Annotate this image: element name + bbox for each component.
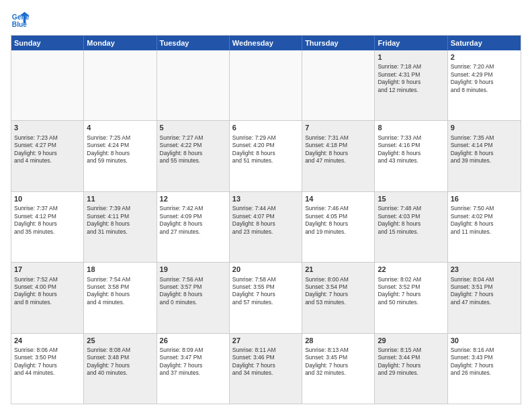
day-cell-10: 10Sunrise: 7:37 AM Sunset: 4:12 PM Dayli… bbox=[11, 192, 84, 262]
day-info: Sunrise: 8:09 AM Sunset: 3:47 PM Dayligh… bbox=[160, 347, 226, 377]
day-cell-28: 28Sunrise: 8:13 AM Sunset: 3:45 PM Dayli… bbox=[302, 334, 375, 404]
day-info: Sunrise: 7:48 AM Sunset: 4:03 PM Dayligh… bbox=[378, 205, 444, 236]
week-row-5: 24Sunrise: 8:06 AM Sunset: 3:50 PM Dayli… bbox=[11, 334, 521, 404]
day-cell-26: 26Sunrise: 8:09 AM Sunset: 3:47 PM Dayli… bbox=[157, 334, 230, 404]
day-info: Sunrise: 8:08 AM Sunset: 3:48 PM Dayligh… bbox=[87, 347, 153, 377]
day-info: Sunrise: 7:50 AM Sunset: 4:02 PM Dayligh… bbox=[451, 205, 518, 236]
day-info: Sunrise: 8:11 AM Sunset: 3:46 PM Dayligh… bbox=[232, 347, 299, 377]
day-cell-27: 27Sunrise: 8:11 AM Sunset: 3:46 PM Dayli… bbox=[230, 334, 302, 404]
day-number: 18 bbox=[87, 265, 153, 274]
day-info: Sunrise: 8:02 AM Sunset: 3:52 PM Dayligh… bbox=[378, 276, 444, 307]
day-info: Sunrise: 7:29 AM Sunset: 4:20 PM Dayligh… bbox=[232, 134, 299, 165]
day-cell-3: 3Sunrise: 7:23 AM Sunset: 4:27 PM Daylig… bbox=[11, 121, 84, 191]
day-cell-30: 30Sunrise: 8:16 AM Sunset: 3:43 PM Dayli… bbox=[448, 334, 521, 404]
day-number: 17 bbox=[14, 265, 81, 274]
calendar: SundayMondayTuesdayWednesdayThursdayFrid… bbox=[11, 35, 521, 404]
day-cell-29: 29Sunrise: 8:15 AM Sunset: 3:44 PM Dayli… bbox=[375, 334, 447, 404]
day-info: Sunrise: 7:42 AM Sunset: 4:09 PM Dayligh… bbox=[160, 205, 226, 236]
day-cell-18: 18Sunrise: 7:54 AM Sunset: 3:58 PM Dayli… bbox=[84, 263, 157, 332]
empty-cell bbox=[230, 50, 302, 120]
day-number: 26 bbox=[160, 336, 226, 345]
week-row-1: 1Sunrise: 7:18 AM Sunset: 4:31 PM Daylig… bbox=[11, 50, 521, 121]
calendar-body: 1Sunrise: 7:18 AM Sunset: 4:31 PM Daylig… bbox=[11, 50, 521, 404]
empty-cell bbox=[302, 50, 375, 120]
day-cell-4: 4Sunrise: 7:25 AM Sunset: 4:24 PM Daylig… bbox=[84, 121, 157, 191]
day-info: Sunrise: 7:37 AM Sunset: 4:12 PM Dayligh… bbox=[14, 205, 81, 236]
day-cell-1: 1Sunrise: 7:18 AM Sunset: 4:31 PM Daylig… bbox=[375, 50, 447, 120]
header-day-monday: Monday bbox=[84, 36, 157, 50]
day-cell-12: 12Sunrise: 7:42 AM Sunset: 4:09 PM Dayli… bbox=[157, 192, 230, 262]
day-number: 12 bbox=[160, 194, 226, 203]
day-info: Sunrise: 7:27 AM Sunset: 4:22 PM Dayligh… bbox=[160, 134, 226, 165]
day-info: Sunrise: 7:54 AM Sunset: 3:58 PM Dayligh… bbox=[87, 276, 153, 307]
day-info: Sunrise: 8:06 AM Sunset: 3:50 PM Dayligh… bbox=[14, 347, 81, 377]
day-number: 16 bbox=[451, 194, 518, 203]
day-info: Sunrise: 7:31 AM Sunset: 4:18 PM Dayligh… bbox=[305, 134, 371, 165]
day-cell-6: 6Sunrise: 7:29 AM Sunset: 4:20 PM Daylig… bbox=[230, 121, 302, 191]
day-cell-19: 19Sunrise: 7:56 AM Sunset: 3:57 PM Dayli… bbox=[157, 263, 230, 332]
day-cell-16: 16Sunrise: 7:50 AM Sunset: 4:02 PM Dayli… bbox=[448, 192, 521, 262]
day-number: 1 bbox=[378, 52, 444, 62]
day-cell-9: 9Sunrise: 7:35 AM Sunset: 4:14 PM Daylig… bbox=[448, 121, 521, 191]
logo-icon: General Blue bbox=[11, 11, 30, 30]
day-info: Sunrise: 7:25 AM Sunset: 4:24 PM Dayligh… bbox=[87, 134, 153, 165]
day-number: 25 bbox=[87, 336, 153, 345]
day-info: Sunrise: 7:18 AM Sunset: 4:31 PM Dayligh… bbox=[378, 63, 444, 94]
day-info: Sunrise: 7:58 AM Sunset: 3:55 PM Dayligh… bbox=[232, 276, 299, 307]
day-info: Sunrise: 7:33 AM Sunset: 4:16 PM Dayligh… bbox=[378, 134, 444, 165]
day-number: 20 bbox=[232, 265, 299, 274]
day-number: 28 bbox=[305, 336, 371, 345]
day-cell-2: 2Sunrise: 7:20 AM Sunset: 4:29 PM Daylig… bbox=[448, 50, 521, 120]
day-number: 9 bbox=[451, 123, 518, 132]
day-info: Sunrise: 7:20 AM Sunset: 4:29 PM Dayligh… bbox=[451, 63, 518, 94]
day-info: Sunrise: 8:00 AM Sunset: 3:54 PM Dayligh… bbox=[305, 276, 371, 307]
day-cell-11: 11Sunrise: 7:39 AM Sunset: 4:11 PM Dayli… bbox=[84, 192, 157, 262]
day-number: 3 bbox=[14, 123, 81, 132]
day-number: 8 bbox=[378, 123, 444, 132]
day-cell-21: 21Sunrise: 8:00 AM Sunset: 3:54 PM Dayli… bbox=[302, 263, 375, 332]
day-info: Sunrise: 8:13 AM Sunset: 3:45 PM Dayligh… bbox=[305, 347, 371, 377]
header-day-tuesday: Tuesday bbox=[157, 36, 230, 50]
day-info: Sunrise: 7:46 AM Sunset: 4:05 PM Dayligh… bbox=[305, 205, 371, 236]
header-day-friday: Friday bbox=[375, 36, 447, 50]
day-number: 10 bbox=[14, 194, 81, 203]
logo: General Blue bbox=[11, 11, 30, 30]
day-number: 21 bbox=[305, 265, 371, 274]
day-cell-13: 13Sunrise: 7:44 AM Sunset: 4:07 PM Dayli… bbox=[230, 192, 302, 262]
day-cell-24: 24Sunrise: 8:06 AM Sunset: 3:50 PM Dayli… bbox=[11, 334, 84, 404]
day-cell-20: 20Sunrise: 7:58 AM Sunset: 3:55 PM Dayli… bbox=[230, 263, 302, 332]
day-number: 15 bbox=[378, 194, 444, 203]
day-number: 7 bbox=[305, 123, 371, 132]
day-cell-23: 23Sunrise: 8:04 AM Sunset: 3:51 PM Dayli… bbox=[448, 263, 521, 332]
week-row-3: 10Sunrise: 7:37 AM Sunset: 4:12 PM Dayli… bbox=[11, 192, 521, 263]
day-info: Sunrise: 7:23 AM Sunset: 4:27 PM Dayligh… bbox=[14, 134, 81, 165]
header-day-wednesday: Wednesday bbox=[230, 36, 302, 50]
page: General Blue SundayMondayTuesdayWednesda… bbox=[0, 0, 532, 411]
day-cell-25: 25Sunrise: 8:08 AM Sunset: 3:48 PM Dayli… bbox=[84, 334, 157, 404]
day-cell-8: 8Sunrise: 7:33 AM Sunset: 4:16 PM Daylig… bbox=[375, 121, 447, 191]
day-info: Sunrise: 7:56 AM Sunset: 3:57 PM Dayligh… bbox=[160, 276, 226, 307]
day-number: 29 bbox=[378, 336, 444, 345]
week-row-4: 17Sunrise: 7:52 AM Sunset: 4:00 PM Dayli… bbox=[11, 263, 521, 333]
empty-cell bbox=[11, 50, 84, 120]
day-info: Sunrise: 7:52 AM Sunset: 4:00 PM Dayligh… bbox=[14, 276, 81, 307]
day-info: Sunrise: 7:44 AM Sunset: 4:07 PM Dayligh… bbox=[232, 205, 299, 236]
day-number: 4 bbox=[87, 123, 153, 132]
day-number: 30 bbox=[451, 336, 518, 345]
day-cell-5: 5Sunrise: 7:27 AM Sunset: 4:22 PM Daylig… bbox=[157, 121, 230, 191]
day-number: 5 bbox=[160, 123, 226, 132]
empty-cell bbox=[157, 50, 230, 120]
week-row-2: 3Sunrise: 7:23 AM Sunset: 4:27 PM Daylig… bbox=[11, 121, 521, 191]
day-number: 22 bbox=[378, 265, 444, 274]
day-cell-14: 14Sunrise: 7:46 AM Sunset: 4:05 PM Dayli… bbox=[302, 192, 375, 262]
day-info: Sunrise: 8:04 AM Sunset: 3:51 PM Dayligh… bbox=[451, 276, 518, 307]
calendar-header: SundayMondayTuesdayWednesdayThursdayFrid… bbox=[11, 36, 521, 50]
header-day-thursday: Thursday bbox=[302, 36, 375, 50]
day-number: 24 bbox=[14, 336, 81, 345]
day-cell-7: 7Sunrise: 7:31 AM Sunset: 4:18 PM Daylig… bbox=[302, 121, 375, 191]
day-info: Sunrise: 8:15 AM Sunset: 3:44 PM Dayligh… bbox=[378, 347, 444, 377]
day-number: 11 bbox=[87, 194, 153, 203]
header: General Blue bbox=[11, 11, 521, 30]
day-info: Sunrise: 8:16 AM Sunset: 3:43 PM Dayligh… bbox=[451, 347, 518, 377]
day-number: 2 bbox=[451, 52, 518, 62]
